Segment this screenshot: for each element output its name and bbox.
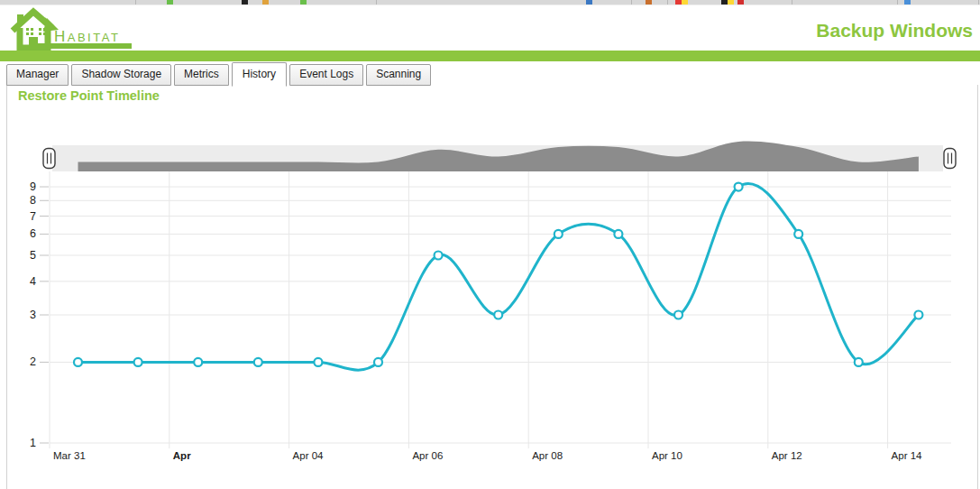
y-axis-label: 6 (30, 227, 36, 240)
data-point-marker[interactable] (794, 230, 802, 238)
y-axis-label: 1 (30, 437, 36, 449)
y-axis-label: 9 (30, 180, 36, 193)
series-line (78, 183, 919, 370)
x-axis-label: Apr 08 (532, 450, 563, 461)
tab-manager[interactable]: Manager (6, 64, 69, 86)
data-point-marker[interactable] (134, 358, 142, 366)
data-point-marker[interactable] (614, 230, 622, 238)
data-point-marker[interactable] (674, 311, 682, 319)
data-point-marker[interactable] (254, 358, 262, 366)
y-axis-label: 5 (30, 249, 36, 262)
tab-metrics[interactable]: Metrics (174, 64, 229, 86)
data-point-marker[interactable] (435, 252, 443, 260)
data-point-marker[interactable] (554, 230, 563, 238)
tab-scanning[interactable]: Scanning (366, 64, 431, 86)
x-axis-label: Apr 12 (772, 450, 802, 461)
tab-history[interactable]: History (232, 62, 287, 87)
x-axis-label: Apr 14 (892, 450, 922, 461)
drag-handle-icon[interactable] (944, 149, 956, 169)
y-axis-label: 8 (30, 194, 36, 207)
tab-shadow-storage[interactable]: Shadow Storage (71, 64, 171, 86)
x-axis-label: Apr (173, 450, 191, 461)
data-point-marker[interactable] (194, 358, 202, 366)
tab-event-logs[interactable]: Event Logs (289, 64, 363, 86)
data-point-marker[interactable] (855, 358, 863, 366)
data-point-marker[interactable] (735, 183, 743, 191)
y-axis-label: 2 (30, 355, 36, 368)
y-axis-label: 7 (30, 210, 36, 223)
brush-handle-left[interactable] (43, 149, 55, 169)
x-axis-label: Apr 04 (293, 450, 324, 461)
nav-tabs: ManagerShadow StorageMetricsHistoryEvent… (6, 62, 434, 86)
brush-handle-right[interactable] (944, 149, 956, 169)
data-point-marker[interactable] (74, 358, 82, 366)
x-axis-label: Mar 31 (53, 450, 86, 461)
y-axis-label: 4 (30, 275, 36, 288)
x-axis-label: Apr 10 (652, 450, 682, 461)
data-point-marker[interactable] (374, 358, 382, 366)
y-axis-label: 3 (30, 309, 36, 321)
drag-handle-icon[interactable] (43, 149, 55, 169)
data-point-marker[interactable] (494, 311, 502, 319)
data-point-marker[interactable] (314, 358, 322, 366)
x-axis-label: Apr 06 (412, 450, 443, 461)
data-point-marker[interactable] (914, 311, 922, 319)
